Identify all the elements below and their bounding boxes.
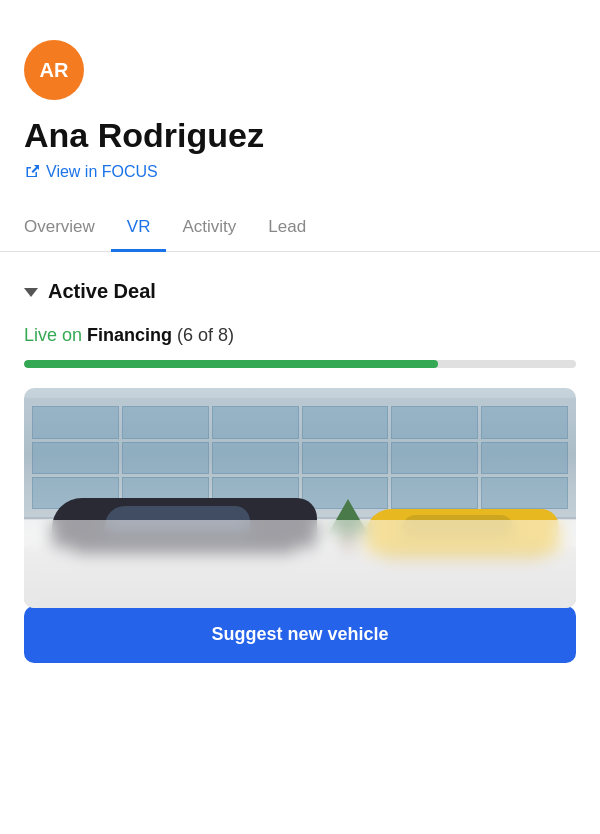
content-section: Active Deal Live on Financing (6 of 8) xyxy=(0,252,600,608)
vehicle-image-container xyxy=(24,388,576,608)
window-pane xyxy=(481,442,568,474)
window-pane xyxy=(32,442,119,474)
tab-activity[interactable]: Activity xyxy=(166,205,252,252)
header-section: AR Ana Rodriguez View in FOCUS xyxy=(0,0,600,181)
tab-overview-label: Overview xyxy=(24,217,95,236)
tab-lead[interactable]: Lead xyxy=(252,205,322,252)
progress-bar-container xyxy=(24,360,576,368)
chevron-down-icon[interactable] xyxy=(24,288,38,297)
avatar: AR xyxy=(24,40,84,100)
tab-activity-label: Activity xyxy=(182,217,236,236)
window-pane xyxy=(481,477,568,509)
window-pane xyxy=(212,442,299,474)
contact-name: Ana Rodriguez xyxy=(24,116,576,155)
active-deal-header: Active Deal xyxy=(24,280,576,303)
suggest-button-wrapper: Suggest new vehicle xyxy=(0,608,600,687)
window-pane xyxy=(122,406,209,438)
window-pane xyxy=(32,406,119,438)
window-pane xyxy=(122,442,209,474)
progress-bar-fill xyxy=(24,360,438,368)
window-pane xyxy=(391,406,478,438)
suggest-new-vehicle-button[interactable]: Suggest new vehicle xyxy=(24,606,576,663)
vehicle-image xyxy=(24,388,576,608)
tabs-container: Overview VR Activity Lead xyxy=(0,205,600,252)
window-pane xyxy=(391,477,478,509)
window-pane xyxy=(481,406,568,438)
external-link-icon xyxy=(24,164,40,180)
step-info: (6 of 8) xyxy=(177,325,234,345)
tab-vr-label: VR xyxy=(127,217,151,236)
live-label: Live on xyxy=(24,325,82,345)
dealership-background xyxy=(24,388,576,608)
live-status: Live on Financing (6 of 8) xyxy=(24,323,576,348)
tab-lead-label: Lead xyxy=(268,217,306,236)
window-pane xyxy=(391,442,478,474)
section-title: Active Deal xyxy=(48,280,156,303)
financing-label: Financing xyxy=(87,325,172,345)
window-pane xyxy=(212,406,299,438)
view-in-focus-link[interactable]: View in FOCUS xyxy=(24,163,576,181)
avatar-initials: AR xyxy=(40,59,69,82)
blur-overlay xyxy=(24,520,576,608)
window-pane xyxy=(302,442,389,474)
window-pane xyxy=(302,406,389,438)
view-focus-label: View in FOCUS xyxy=(46,163,158,181)
tab-vr[interactable]: VR xyxy=(111,205,167,252)
tab-overview[interactable]: Overview xyxy=(24,205,111,252)
